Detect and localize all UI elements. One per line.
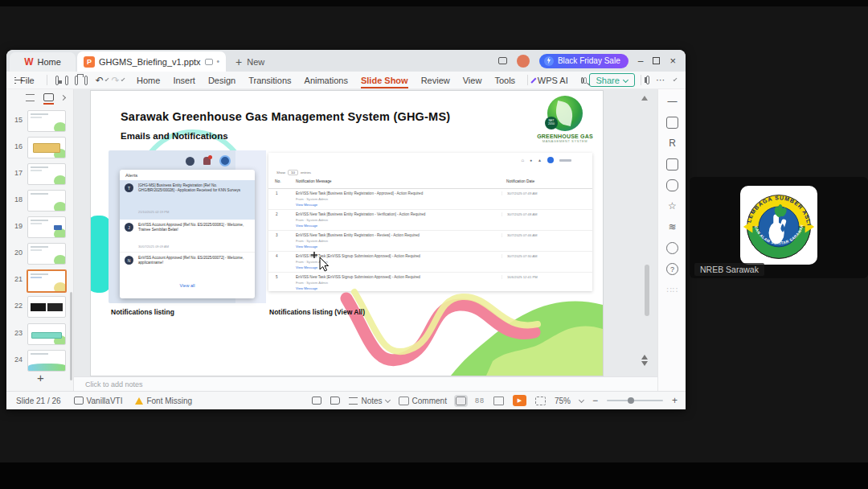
- collapse-panel-icon[interactable]: [60, 95, 66, 101]
- zoom-slider-handle[interactable]: [628, 397, 634, 404]
- menu-animations[interactable]: Animations: [298, 76, 354, 85]
- canvas-area: Sarawak Greenhouse Gas Management System…: [74, 89, 657, 376]
- minimize-button[interactable]: –: [638, 56, 644, 66]
- sidebar-toggle-icon[interactable]: [646, 76, 649, 84]
- slideshow-play-button[interactable]: ▶: [513, 395, 526, 406]
- slide-number: 21: [8, 275, 23, 283]
- shapes-icon[interactable]: [666, 158, 678, 171]
- participant-video-tile[interactable]: LEMBAGA SUMBER ASLI DAN ALAM SEKITAR SAR…: [690, 177, 868, 278]
- col-date: Notification Date: [506, 179, 534, 183]
- save-icon[interactable]: [55, 76, 59, 85]
- quick-tools-icon[interactable]: [666, 117, 678, 129]
- settings-sliders-icon[interactable]: ≋: [666, 221, 678, 233]
- zoom-dropdown-icon[interactable]: [579, 397, 584, 402]
- next-slide-button[interactable]: [641, 361, 648, 369]
- arrange-windows-icon[interactable]: [498, 57, 507, 64]
- history-clock-icon[interactable]: [666, 242, 678, 254]
- canvas-scrollbar[interactable]: [645, 265, 649, 316]
- more-options-icon[interactable]: ⋯: [656, 75, 665, 85]
- menu-file[interactable]: File: [20, 76, 41, 85]
- hamburger-icon[interactable]: [14, 77, 16, 84]
- slide-thumbnail-16[interactable]: [27, 137, 66, 158]
- help-icon[interactable]: ?: [666, 263, 678, 275]
- print-icon[interactable]: [75, 76, 78, 85]
- add-slide-button[interactable]: +: [37, 371, 44, 384]
- menu-slide-show[interactable]: Slide Show: [354, 76, 415, 85]
- alerts-title: Alerts: [120, 170, 255, 181]
- search-icon[interactable]: [581, 77, 583, 84]
- slide-number: 17: [8, 169, 23, 177]
- font-missing-warning[interactable]: Font Missing: [135, 397, 192, 405]
- notes-bar[interactable]: Click to add notes: [74, 376, 657, 391]
- slide-sorter-icon[interactable]: 88: [475, 397, 485, 405]
- outline-view-icon[interactable]: [26, 94, 35, 101]
- table-header: No. Notification Message Notification Da…: [268, 179, 592, 189]
- menu-review[interactable]: Review: [415, 76, 457, 85]
- collapse-ribbon-icon[interactable]: [674, 77, 678, 81]
- cloud-sync-icon[interactable]: [583, 77, 587, 84]
- export-pdf-icon[interactable]: [65, 76, 68, 85]
- slide-thumbnail-24[interactable]: [27, 350, 66, 372]
- slide-thumbnail-15[interactable]: [27, 110, 66, 132]
- redo-icon[interactable]: ↷: [112, 75, 120, 86]
- document-tab[interactable]: P GHGMS_Briefing_v1.pptx •: [77, 51, 226, 72]
- slide-thumbnail-19[interactable]: [27, 216, 66, 238]
- favorites-icon[interactable]: ☆: [666, 200, 678, 212]
- restore-button[interactable]: [653, 57, 660, 64]
- thumbnail-view-icon[interactable]: [43, 93, 54, 101]
- normal-view-icon[interactable]: [456, 397, 466, 405]
- notes-lines-icon: [349, 397, 358, 405]
- reading-view-icon[interactable]: [493, 397, 504, 405]
- page-setup-icon[interactable]: [312, 397, 321, 405]
- share-button[interactable]: Share: [589, 73, 635, 87]
- account-avatar[interactable]: [517, 55, 530, 68]
- slide-thumbnail-17[interactable]: [27, 163, 66, 185]
- print-preview-icon[interactable]: [84, 76, 88, 85]
- panel-scrollbar[interactable]: [70, 292, 72, 380]
- fullscreen-icon[interactable]: [535, 397, 546, 405]
- slide-thumbnail-23[interactable]: [27, 323, 66, 345]
- zoom-slider[interactable]: [607, 400, 663, 401]
- zoom-level[interactable]: 75%: [555, 397, 571, 405]
- alert-item: N EnVISS Account Approved [Ref No. ES/20…: [120, 253, 255, 282]
- slide-thumbnail-18[interactable]: [27, 190, 66, 212]
- exit-icon[interactable]: [330, 397, 340, 405]
- menu-tools[interactable]: Tools: [488, 76, 522, 85]
- home-tab[interactable]: W Home: [10, 52, 76, 72]
- theme-button[interactable]: VanillaVTI: [74, 397, 123, 405]
- wps-office-window: W Home P GHGMS_Briefing_v1.pptx • + New …: [6, 50, 686, 409]
- row-no: 1: [276, 191, 278, 195]
- menu-view[interactable]: View: [457, 76, 489, 85]
- slide-thumbnail-20[interactable]: [27, 243, 66, 265]
- scroll-up-arrow[interactable]: [641, 92, 648, 101]
- notes-toggle[interactable]: Notes: [349, 397, 389, 405]
- menu-design[interactable]: Design: [202, 76, 242, 85]
- undo-dropdown-icon[interactable]: [104, 77, 108, 81]
- previous-slide-button[interactable]: [641, 351, 648, 360]
- close-button[interactable]: ×: [669, 55, 676, 66]
- zoom-in-button[interactable]: +: [672, 395, 678, 406]
- tab-split-icon[interactable]: [205, 59, 213, 65]
- slide-thumbnail-22[interactable]: [27, 296, 66, 318]
- comment-panel-icon[interactable]: [666, 179, 678, 191]
- toolbar-more-icon[interactable]: [121, 77, 125, 81]
- menu-wps-ai[interactable]: WPS AI: [538, 76, 575, 85]
- slide-thumbnail-21-selected[interactable]: [27, 269, 67, 293]
- menu-transitions[interactable]: Transitions: [242, 76, 297, 85]
- menu-insert[interactable]: Insert: [166, 76, 202, 85]
- undo-icon[interactable]: ↶: [96, 75, 104, 86]
- collapse-rail-icon[interactable]: —: [666, 96, 678, 108]
- text-style-icon[interactable]: R: [666, 138, 678, 150]
- slide-number: 24: [8, 355, 23, 364]
- window-tab-strip: W Home P GHGMS_Briefing_v1.pptx • + New …: [6, 50, 686, 72]
- apps-grid-icon[interactable]: ∷∷: [666, 284, 678, 296]
- new-tab-button[interactable]: + New: [235, 52, 264, 72]
- row-no: 3: [276, 233, 278, 237]
- promo-button[interactable]: Black Friday Sale: [539, 54, 628, 68]
- zoom-out-button[interactable]: −: [592, 395, 598, 406]
- alert-item: J EnVISS Account Approved [Ref No. ES/20…: [120, 220, 255, 253]
- info-icon: [186, 157, 194, 166]
- menu-home[interactable]: Home: [130, 76, 166, 85]
- slide-canvas[interactable]: Sarawak Greenhouse Gas Management System…: [91, 91, 603, 376]
- comment-button[interactable]: Comment: [399, 397, 447, 405]
